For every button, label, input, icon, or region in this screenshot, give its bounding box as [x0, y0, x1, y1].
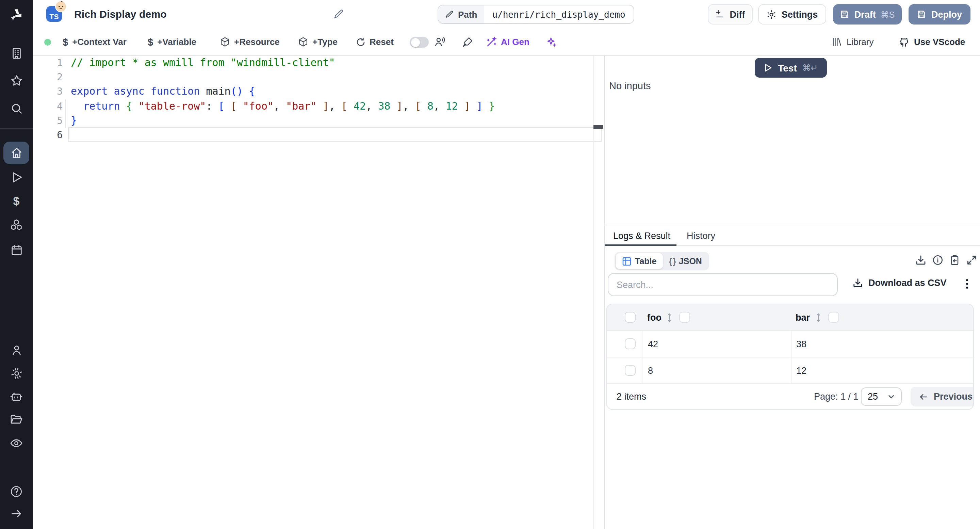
reset-button[interactable]: Reset	[356, 29, 394, 55]
pencil-icon	[445, 10, 454, 19]
code-editor[interactable]: 123456 // import * as wmill from "windmi…	[33, 56, 605, 529]
code-line[interactable]: return { "table-row": [ [ "foo", "bar" ]…	[71, 99, 593, 113]
page-size-select[interactable]: 25	[861, 387, 902, 406]
row-checkbox[interactable]	[625, 365, 636, 376]
column-header-foo[interactable]: foo	[647, 312, 662, 322]
sidebar-item-schedules-calendar-icon[interactable]	[10, 243, 23, 257]
sidebar-item-audit-eye-icon[interactable]	[10, 437, 23, 450]
table-row[interactable]: 4238	[607, 330, 973, 357]
toggle-knob	[411, 38, 420, 47]
clipboard-copy-icon[interactable]	[950, 255, 960, 266]
code-line[interactable]: export async function main() {	[71, 85, 593, 99]
dollar-icon: $	[63, 37, 68, 47]
sidebar-item-home[interactable]	[3, 142, 29, 164]
path-value[interactable]: u/henri/rich_display_demo	[484, 5, 633, 23]
line-number: 1	[33, 56, 63, 70]
expand-icon[interactable]	[966, 255, 977, 266]
cell-foo: 8	[648, 365, 653, 376]
table-row[interactable]: 812	[607, 357, 973, 383]
column-header-bar[interactable]: bar	[795, 312, 810, 322]
view-toggle-table[interactable]: Table	[616, 253, 662, 269]
ai-gen-button[interactable]: AI Gen	[486, 29, 530, 55]
play-icon	[764, 63, 772, 72]
add-context-var-button[interactable]: $+Context Var	[63, 29, 127, 55]
dollar-icon: $	[148, 37, 153, 47]
code-line[interactable]	[71, 70, 593, 84]
sidebar-item-resources-cubes-icon[interactable]	[10, 218, 23, 232]
status-dot	[44, 39, 51, 46]
column-divider	[791, 331, 791, 357]
sidebar-item-users-icon[interactable]	[10, 343, 23, 357]
add-resource-button[interactable]: +Resource	[220, 29, 280, 55]
previous-page-button[interactable]: Previous	[911, 387, 974, 406]
favorites-star-icon[interactable]	[10, 73, 23, 87]
diff-button[interactable]: Diff	[708, 4, 753, 24]
download-csv-button[interactable]: Download as CSV	[853, 278, 947, 288]
line-number: 5	[33, 114, 63, 128]
test-button[interactable]: Test ⌘↵	[755, 58, 827, 78]
format-button[interactable]	[462, 29, 473, 55]
collapse-arrow-right-icon[interactable]	[10, 507, 23, 520]
add-type-button[interactable]: +Type	[298, 29, 337, 55]
toggle-off[interactable]	[410, 37, 429, 48]
table-menu-kebab-icon[interactable]	[962, 277, 974, 291]
sparkles-icon	[546, 37, 557, 47]
row-checkbox[interactable]	[625, 338, 636, 349]
library-button[interactable]: Library	[832, 29, 874, 55]
search-icon[interactable]	[10, 102, 23, 115]
sidebar: $	[0, 0, 33, 529]
multiplayer-button[interactable]	[434, 29, 446, 55]
multiplayer-icon	[434, 36, 446, 48]
column-divider	[642, 357, 643, 383]
view-toggle-json[interactable]: { } JSON	[662, 253, 708, 269]
use-vscode-button[interactable]: Use VScode	[898, 29, 965, 55]
sort-icon[interactable]	[815, 312, 822, 323]
plus-minus-icon	[716, 10, 725, 19]
sidebar-item-settings-gear-icon[interactable]	[10, 366, 23, 380]
sparkles-button[interactable]	[546, 29, 557, 55]
add-variable-button[interactable]: $+Variable	[148, 29, 196, 55]
code-line[interactable]: // import * as wmill from "windmill-clie…	[71, 56, 593, 70]
test-shortcut: ⌘↵	[802, 63, 818, 73]
info-icon[interactable]	[932, 255, 943, 266]
line-number-gutter: 123456	[33, 56, 63, 142]
sidebar-item-runs-play-icon[interactable]	[10, 170, 23, 184]
table-grid-icon	[622, 257, 632, 266]
workspace-building-icon[interactable]	[10, 46, 23, 60]
path-field[interactable]: Path u/henri/rich_display_demo	[438, 5, 634, 24]
code-line[interactable]	[71, 128, 593, 142]
main-area: TS Rich Display demo Path u/henri/rich_d…	[33, 0, 980, 529]
code-line[interactable]: }	[71, 114, 593, 128]
sidebar-item-workers-robot-icon[interactable]	[10, 390, 23, 404]
tab-logs-result[interactable]: Logs & Result	[613, 225, 670, 246]
download-icon[interactable]	[915, 255, 926, 266]
windmill-logo[interactable]	[10, 8, 23, 22]
reset-icon	[356, 37, 366, 47]
package-icon	[298, 37, 308, 47]
code-content[interactable]: // import * as wmill from "windmill-clie…	[71, 56, 593, 142]
save-icon	[840, 10, 850, 19]
sidebar-divider	[0, 128, 33, 129]
deploy-button[interactable]: Deploy	[908, 4, 970, 24]
sidebar-item-variables-dollar-icon[interactable]: $	[10, 195, 23, 208]
help-icon[interactable]	[10, 485, 23, 498]
result-table: foo bar 4238812 2 items Page: 1 / 1 25	[606, 304, 974, 410]
line-number: 4	[33, 99, 63, 113]
save-draft-button[interactable]: Draft ⌘S	[833, 4, 902, 24]
search-input[interactable]: Search...	[608, 273, 838, 296]
tab-history[interactable]: History	[687, 225, 715, 246]
select-all-checkbox[interactable]	[625, 312, 636, 323]
edit-title-pencil-icon[interactable]	[334, 9, 344, 20]
sidebar-item-folders-icon[interactable]	[10, 413, 23, 426]
sort-icon[interactable]	[666, 312, 673, 323]
page-title: Rich Display demo	[74, 8, 167, 20]
table-footer: 2 items Page: 1 / 1 25 Previous	[607, 383, 973, 409]
pin-column-checkbox[interactable]	[828, 312, 839, 323]
draft-shortcut: ⌘S	[881, 9, 895, 19]
settings-button[interactable]: Settings	[758, 4, 826, 24]
baby-emoji-badge	[55, 1, 67, 12]
column-divider	[642, 331, 643, 357]
cell-bar: 38	[796, 339, 807, 349]
pin-column-checkbox[interactable]	[679, 312, 690, 323]
items-count: 2 items	[617, 392, 646, 402]
